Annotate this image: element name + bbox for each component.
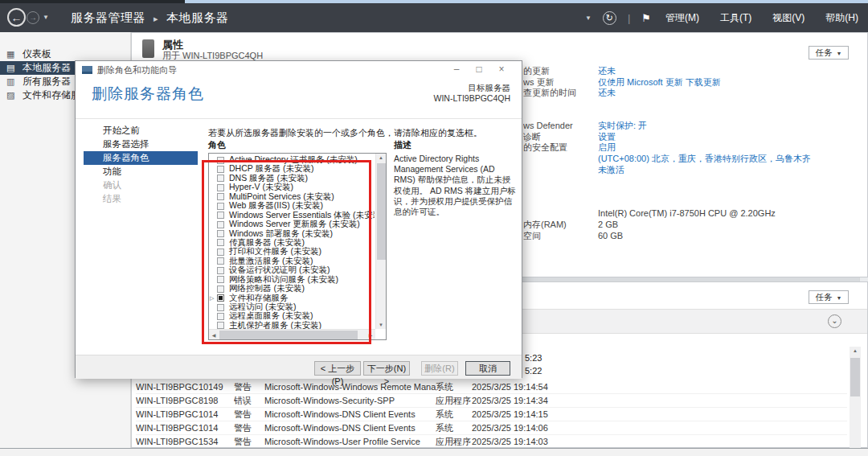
menubar: 管理(M)工具(T)视图(V)帮助(H) bbox=[662, 11, 862, 25]
dialog-titlebar[interactable]: 删除角色和功能向导 – □ × bbox=[76, 61, 522, 78]
property-value[interactable]: 仅使用 Microsoft 更新 下载更新 bbox=[598, 77, 721, 88]
next-button[interactable]: 下一步(N) > bbox=[363, 361, 410, 376]
file-storage-icon: ▨ bbox=[6, 88, 14, 102]
event-time: 2025/3/25 19:14:15 bbox=[472, 408, 576, 421]
role-label: Windows Server 更新服务 (未安装) bbox=[229, 219, 360, 228]
events-scrollbar[interactable]: ▲ bbox=[850, 347, 861, 448]
roles-horizontal-scrollbar[interactable]: ◀ ▶ bbox=[209, 329, 375, 339]
role-checkbox[interactable] bbox=[217, 193, 224, 200]
property-value[interactable]: 未激活 bbox=[598, 165, 624, 176]
scroll-right-icon[interactable]: ▶ bbox=[367, 332, 374, 338]
property-value[interactable]: 设置 bbox=[598, 132, 616, 143]
property-value[interactable]: 还未 bbox=[598, 66, 616, 77]
property-value[interactable]: Intel(R) Core(TM) i7-8750H CPU @ 2.20GHz bbox=[598, 208, 776, 220]
role-checkbox[interactable] bbox=[217, 230, 224, 237]
scroll-up-icon[interactable]: ▲ bbox=[376, 155, 386, 160]
remove-button[interactable]: 删除(R) bbox=[421, 361, 458, 376]
collapse-chevron-icon[interactable]: ⌄ bbox=[828, 314, 841, 328]
menubar-item[interactable]: 管理(M) bbox=[662, 11, 702, 25]
property-value[interactable]: 启用 bbox=[598, 142, 616, 154]
role-checkbox[interactable] bbox=[217, 203, 224, 210]
property-label bbox=[523, 208, 598, 220]
event-row[interactable]: WIN-LTI9BPGC4QH 10149 警告 Microsoft-Windo… bbox=[136, 380, 847, 394]
expand-arrow-icon[interactable]: ▷ bbox=[210, 294, 214, 302]
notifications-dropdown-icon[interactable]: ▼ bbox=[585, 14, 592, 22]
back-button[interactable]: ← bbox=[7, 8, 26, 27]
topbar-right-group: ▼ ↻ | ⚑ 管理(M)工具(T)视图(V)帮助(H) bbox=[585, 3, 862, 32]
event-row[interactable]: WIN-LTI9BPGC4QH 1014 警告 Microsoft-Window… bbox=[136, 408, 847, 421]
scroll-down-icon[interactable]: ▼ bbox=[376, 322, 386, 327]
minimize-icon[interactable]: – bbox=[448, 64, 465, 75]
event-time: 2025/3/25 19:14:34 bbox=[472, 394, 576, 407]
event-row[interactable]: WIN-LTI9BPGC4QH 8198 错误 Microsoft-Window… bbox=[136, 394, 847, 408]
role-checkbox[interactable] bbox=[217, 313, 224, 320]
properties-tasks-button[interactable]: 任务▼ bbox=[809, 46, 849, 60]
wizard-step[interactable]: 开始之前 bbox=[84, 124, 198, 138]
property-row bbox=[523, 187, 865, 198]
roles-hscrollbar-thumb[interactable] bbox=[219, 331, 358, 339]
menubar-item[interactable]: 视图(V) bbox=[769, 11, 808, 25]
close-icon[interactable]: × bbox=[493, 64, 510, 75]
property-row bbox=[523, 198, 865, 209]
role-checkbox[interactable] bbox=[217, 221, 224, 228]
role-checkbox[interactable] bbox=[217, 267, 224, 274]
wizard-step[interactable]: 服务器选择 bbox=[84, 138, 198, 151]
wizard-step[interactable]: 结果 bbox=[84, 192, 198, 206]
sidebar-item[interactable]: ▦ 仪表板 bbox=[0, 47, 130, 61]
property-row: 空间 60 GB bbox=[523, 231, 865, 242]
scroll-left-icon[interactable]: ◀ bbox=[211, 332, 217, 338]
role-checkbox[interactable] bbox=[217, 239, 224, 246]
maximize-icon[interactable]: □ bbox=[470, 64, 488, 75]
top-bar: ← → ▼ 服务器管理器▸本地服务器 ▼ ↻ | ⚑ 管理(M)工具(T)视图(… bbox=[0, 3, 868, 32]
roles-vertical-scrollbar[interactable]: ▲ ▼ bbox=[375, 154, 386, 329]
nav-dropdown-icon[interactable]: ▼ bbox=[43, 14, 49, 21]
role-checkbox[interactable] bbox=[217, 294, 224, 302]
cancel-button[interactable]: 取消 bbox=[465, 361, 510, 376]
events-tasks-button[interactable]: 任务▼ bbox=[809, 290, 849, 304]
roles-scrollbar-thumb[interactable] bbox=[377, 163, 386, 260]
property-label: ws 更新 bbox=[523, 77, 598, 88]
target-server-name: WIN-LTI9BPGC4QH bbox=[434, 93, 510, 104]
role-checkbox[interactable] bbox=[217, 286, 224, 293]
role-row[interactable]: ▷ 主机保护者服务 (未安装) bbox=[209, 321, 375, 329]
property-row bbox=[523, 175, 865, 187]
role-checkbox[interactable] bbox=[217, 276, 224, 283]
wizard-step[interactable]: 功能 bbox=[84, 165, 198, 179]
breadcrumb-current: 本地服务器 bbox=[166, 10, 229, 24]
role-checkbox[interactable] bbox=[217, 166, 224, 173]
menubar-item[interactable]: 工具(T) bbox=[717, 11, 755, 25]
role-checkbox[interactable] bbox=[217, 304, 224, 311]
property-label bbox=[523, 99, 598, 110]
flag-icon[interactable]: ⚑ bbox=[641, 12, 651, 24]
role-checkbox[interactable] bbox=[217, 257, 224, 265]
breadcrumb-root[interactable]: 服务器管理器 bbox=[71, 10, 145, 24]
menubar-item[interactable]: 帮助(H) bbox=[822, 11, 862, 25]
property-value[interactable]: 2 GB bbox=[598, 220, 618, 231]
role-label: 远程桌面服务 (未安装) bbox=[229, 310, 313, 320]
role-checkbox[interactable] bbox=[217, 184, 224, 191]
sidebar-item-label: 仪表板 bbox=[23, 48, 51, 60]
role-checkbox[interactable] bbox=[217, 157, 224, 164]
refresh-icon[interactable]: ↻ bbox=[603, 11, 616, 25]
role-label: Web 服务器(IIS) (未安装) bbox=[229, 200, 323, 210]
property-value[interactable]: 还未 bbox=[598, 88, 616, 99]
forward-button[interactable]: → bbox=[27, 11, 39, 24]
property-value[interactable]: 60 GB bbox=[598, 231, 623, 242]
role-checkbox[interactable] bbox=[217, 212, 224, 219]
property-label bbox=[523, 154, 598, 165]
role-checkbox[interactable] bbox=[217, 322, 224, 329]
event-row[interactable]: WIN-LTI9BPGC4QH 1014 警告 Microsoft-Window… bbox=[136, 421, 847, 435]
previous-button[interactable]: < 上一步(P) bbox=[314, 361, 361, 376]
event-id: 1014 bbox=[199, 408, 234, 421]
event-row[interactable]: WIN-LTI9BPGC4QH 1534 警告 Microsoft-Window… bbox=[136, 435, 847, 449]
event-log: 应用程序 bbox=[436, 435, 472, 448]
role-checkbox[interactable] bbox=[217, 175, 224, 182]
wizard-step[interactable]: 服务器角色 bbox=[84, 151, 198, 165]
property-value[interactable]: (UTC+08:00) 北京，重庆，香港特别行政区，乌鲁木齐 bbox=[598, 154, 811, 165]
role-checkbox[interactable] bbox=[217, 249, 224, 256]
scroll-up-icon[interactable]: ▲ bbox=[850, 348, 861, 353]
property-value[interactable]: 实时保护: 开 bbox=[598, 121, 647, 132]
events-scrollbar-thumb[interactable] bbox=[850, 358, 860, 396]
event-id: 8198 bbox=[199, 394, 234, 407]
wizard-step[interactable]: 确认 bbox=[84, 179, 198, 192]
